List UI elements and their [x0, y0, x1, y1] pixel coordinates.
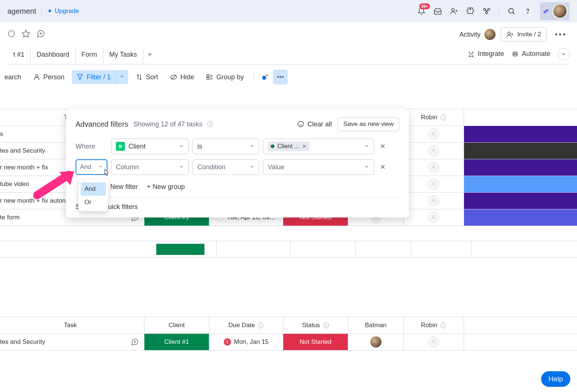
table-row[interactable]: tes and Security Client #1 ! Mon, Jan 15…	[0, 334, 577, 351]
assign-person[interactable]	[428, 145, 439, 156]
task-name: s	[0, 130, 3, 138]
switch-quick-filters-link[interactable]: Switch to quick filters	[76, 197, 399, 211]
value-chip[interactable]: Client ... ✕	[268, 142, 310, 151]
status-cell[interactable]: Not Started	[283, 334, 348, 350]
board-more-menu[interactable]: •••	[552, 28, 570, 41]
group-summary-row	[0, 241, 577, 258]
tab-main[interactable]: t #1	[7, 47, 30, 64]
value-select[interactable]: Client ... ✕	[263, 139, 374, 154]
timeline-cell[interactable]	[464, 193, 577, 209]
add-to-conversation-icon[interactable]	[36, 29, 45, 40]
chevron-up-icon	[561, 52, 566, 57]
svg-rect-15	[207, 77, 209, 80]
remove-filter-icon[interactable]: ✕	[378, 140, 388, 153]
add-view-button[interactable]: +	[143, 47, 157, 64]
column-select[interactable]: Client	[111, 139, 189, 154]
assign-person[interactable]	[428, 212, 439, 223]
due-cell[interactable]: ! Mon, Jan 15	[209, 334, 283, 350]
column-placeholder: Column	[116, 163, 139, 171]
notifications-icon[interactable]: 99+	[417, 7, 426, 15]
assign-person[interactable]	[428, 195, 439, 206]
upgrade-button[interactable]: ✦ Upgrade	[47, 7, 79, 15]
info-icon[interactable]: i	[207, 121, 213, 127]
filter-dropdown-toggle[interactable]	[115, 70, 128, 84]
condition-select[interactable]: is	[193, 139, 259, 154]
activity-button[interactable]: Activity	[460, 29, 496, 40]
favorite-star-icon[interactable]	[21, 29, 30, 40]
filter-button[interactable]: Filter / 1	[72, 70, 115, 84]
info-icon[interactable]: i	[258, 322, 264, 328]
clear-all-button[interactable]: Clear all	[297, 120, 332, 128]
timeline-cell[interactable]	[464, 209, 577, 226]
hide-button[interactable]: Hide	[166, 70, 199, 84]
ai-assistant-button[interactable]	[260, 72, 270, 82]
board-info-icon[interactable]	[7, 30, 16, 39]
col-status[interactable]: Status i	[283, 317, 348, 333]
assign-person[interactable]	[428, 336, 439, 348]
invite-button[interactable]: Invite / 2	[501, 27, 547, 41]
or-option[interactable]: Or	[81, 196, 106, 209]
info-icon[interactable]: i	[323, 322, 329, 328]
timeline-cell[interactable]	[464, 126, 577, 142]
new-group-link[interactable]: + New group	[147, 183, 185, 191]
column-select[interactable]: Column	[111, 159, 189, 175]
open-conversation-icon[interactable]	[131, 338, 139, 346]
table-header: Task Client Due Date i Status i Batman R…	[0, 317, 577, 334]
automate-button[interactable]: Automate	[511, 50, 550, 58]
filter-popup-title: Advanced filters	[76, 120, 128, 129]
integrate-label: Integrate	[478, 50, 504, 58]
sparkle-icon: ✦	[47, 7, 53, 15]
inbox-icon[interactable]	[434, 7, 442, 15]
col-robin[interactable]: Robin i	[404, 317, 464, 333]
col-robin-label: Robin	[421, 114, 437, 121]
help-icon[interactable]	[524, 7, 532, 15]
tab-dashboard[interactable]: Dashboard	[30, 47, 75, 64]
and-or-label: And	[80, 163, 91, 171]
svg-point-0	[452, 9, 454, 11]
remove-filter-icon[interactable]: ✕	[378, 161, 388, 173]
and-or-select[interactable]: And	[76, 159, 107, 175]
marketplace-icon[interactable]	[483, 7, 491, 15]
assign-person[interactable]	[428, 129, 439, 140]
sort-button[interactable]: Sort	[131, 70, 163, 84]
timeline-cell[interactable]	[464, 176, 577, 192]
tab-mytasks[interactable]: My Tasks	[103, 47, 143, 64]
col-batman[interactable]: Batman	[348, 317, 404, 333]
value-select[interactable]: Value	[263, 159, 374, 175]
search-button[interactable]: earch	[0, 70, 26, 84]
info-icon[interactable]: i	[440, 322, 446, 328]
svg-point-25	[298, 122, 303, 127]
save-as-view-button[interactable]: Save as new view	[338, 117, 399, 131]
search-icon[interactable]	[507, 7, 516, 15]
table-container: Task Robin i s tes and Security r new mo…	[0, 109, 577, 351]
tab-form[interactable]: Form	[75, 47, 103, 64]
column-value: Client	[129, 143, 146, 150]
client-cell[interactable]: Client #1	[144, 334, 209, 350]
apps-icon[interactable]	[466, 7, 474, 15]
chip-remove-icon[interactable]: ✕	[302, 143, 307, 149]
col-due[interactable]: Due Date i	[209, 317, 283, 333]
new-filter-link[interactable]: + New filter	[104, 183, 138, 191]
col-task[interactable]: Task	[0, 317, 144, 333]
groupby-button[interactable]: Group by	[201, 70, 248, 84]
timeline-cell[interactable]	[464, 143, 577, 159]
collapse-header-button[interactable]	[558, 48, 570, 60]
col-robin[interactable]: Robin i	[404, 109, 464, 126]
toolbar-more-button[interactable]: •••	[273, 70, 288, 84]
timeline-cell[interactable]	[464, 159, 577, 176]
view-tabs: t #1 Dashboard Form My Tasks + Integrate…	[7, 41, 570, 64]
assign-person[interactable]	[428, 162, 439, 173]
chip-label: Client ...	[277, 143, 299, 150]
col-client[interactable]: Client	[144, 317, 209, 333]
integrate-button[interactable]: Integrate	[467, 50, 504, 58]
sort-icon	[136, 73, 143, 81]
person-filter-button[interactable]: Person	[29, 70, 69, 84]
person-label: Person	[43, 73, 64, 81]
assign-person[interactable]	[428, 179, 439, 190]
invite-members-icon[interactable]	[450, 7, 458, 15]
profile-menu[interactable]	[540, 2, 570, 20]
info-icon[interactable]: i	[440, 114, 446, 120]
and-option[interactable]: And	[81, 182, 106, 196]
condition-select[interactable]: Condition	[193, 159, 259, 175]
avatar[interactable]	[370, 336, 381, 348]
